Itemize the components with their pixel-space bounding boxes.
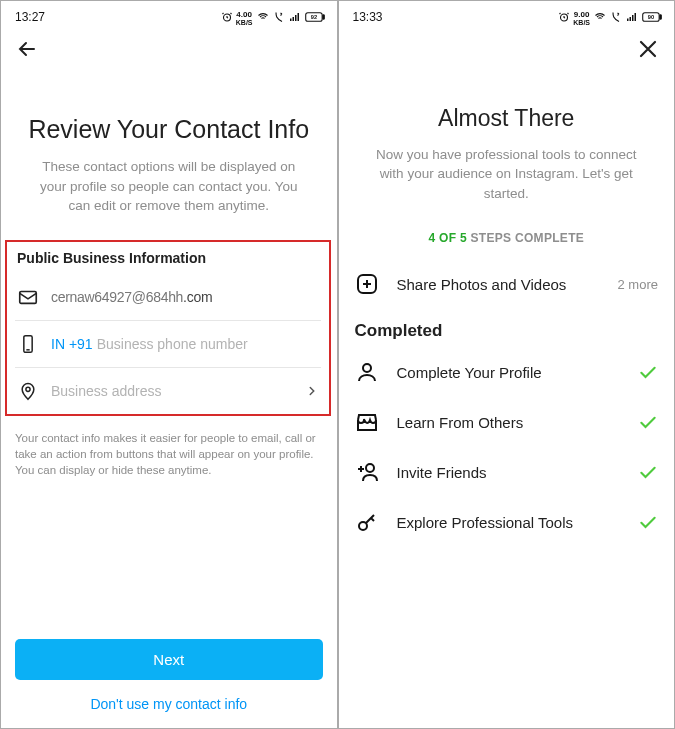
data-rate: 4.00 KB/S <box>236 11 253 23</box>
phone-icon <box>17 333 39 355</box>
phone-value: IN +91Business phone number <box>51 336 319 352</box>
next-button[interactable]: Next <box>15 639 323 680</box>
step-learn-from-others[interactable]: Learn From Others <box>339 397 675 447</box>
page-subtitle: These contact options will be displayed … <box>21 157 317 216</box>
contact-info-description: Your contact info makes it easier for pe… <box>1 422 337 486</box>
alarm-icon <box>558 11 570 23</box>
checkmark-icon <box>638 512 658 532</box>
svg-point-6 <box>26 387 30 391</box>
step-more: 2 more <box>618 277 658 292</box>
status-bar: 13:33 9.00 KB/S 90 <box>339 1 675 29</box>
svg-point-12 <box>363 364 371 372</box>
wifi-icon <box>256 11 270 23</box>
svg-rect-9 <box>660 15 661 19</box>
page-title: Almost There <box>359 104 655 133</box>
status-time: 13:27 <box>15 10 45 24</box>
signal-icon <box>625 11 639 23</box>
email-value: cernaw64927@684hh.com <box>51 289 319 305</box>
chevron-right-icon <box>305 384 319 398</box>
step-label: Complete Your Profile <box>397 364 621 381</box>
back-icon[interactable] <box>15 37 39 61</box>
nav-row <box>1 29 337 69</box>
step-invite-friends[interactable]: Invite Friends <box>339 447 675 497</box>
completed-section-label: Completed <box>339 309 675 347</box>
phone-row[interactable]: IN +91Business phone number <box>15 321 321 368</box>
step-complete-profile[interactable]: Complete Your Profile <box>339 347 675 397</box>
page-title: Review Your Contact Info <box>21 114 317 145</box>
volte-icon <box>273 11 285 23</box>
address-row[interactable]: Business address <box>15 368 321 414</box>
battery-icon: 92 <box>305 11 325 23</box>
checkmark-icon <box>638 412 658 432</box>
checkmark-icon <box>638 462 658 482</box>
step-share-photos[interactable]: Share Photos and Videos 2 more <box>339 259 675 309</box>
dont-use-contact-link[interactable]: Don't use my contact info <box>15 692 323 716</box>
plus-box-icon <box>355 272 379 296</box>
nav-row <box>339 29 675 69</box>
person-icon <box>355 360 379 384</box>
progress-indicator: 4 OF 5 STEPS COMPLETE <box>339 213 675 259</box>
mail-icon <box>17 286 39 308</box>
status-bar: 13:27 4.00 KB/S 92 <box>1 1 337 29</box>
step-label: Share Photos and Videos <box>397 276 600 293</box>
signal-icon <box>288 11 302 23</box>
svg-rect-4 <box>20 291 37 303</box>
volte-icon <box>610 11 622 23</box>
alarm-icon <box>221 11 233 23</box>
checkmark-icon <box>638 362 658 382</box>
add-person-icon <box>355 460 379 484</box>
address-placeholder: Business address <box>51 383 293 399</box>
step-label: Explore Professional Tools <box>397 514 621 531</box>
step-label: Invite Friends <box>397 464 621 481</box>
close-icon[interactable] <box>636 37 660 61</box>
svg-point-13 <box>366 464 374 472</box>
status-time: 13:33 <box>353 10 383 24</box>
step-label: Learn From Others <box>397 414 621 431</box>
location-icon <box>17 380 39 402</box>
screen-review-contact-info: 13:27 4.00 KB/S 92 Review Your Contact I… <box>0 0 338 729</box>
svg-text:90: 90 <box>648 14 654 20</box>
svg-rect-2 <box>322 15 323 19</box>
key-icon <box>355 510 379 534</box>
public-business-info-section: Public Business Information cernaw64927@… <box>5 240 331 416</box>
shop-icon <box>355 410 379 434</box>
status-icons: 9.00 KB/S 90 <box>558 11 662 23</box>
wifi-icon <box>593 11 607 23</box>
data-rate: 9.00 KB/S <box>573 11 590 23</box>
svg-point-14 <box>359 522 367 530</box>
screen-almost-there: 13:33 9.00 KB/S 90 Almost There Now you … <box>338 0 676 729</box>
email-row[interactable]: cernaw64927@684hh.com <box>15 274 321 321</box>
status-icons: 4.00 KB/S 92 <box>221 11 325 23</box>
page-subtitle: Now you have professional tools to conne… <box>359 145 655 204</box>
section-label: Public Business Information <box>15 246 321 274</box>
battery-icon: 90 <box>642 11 662 23</box>
step-explore-tools[interactable]: Explore Professional Tools <box>339 497 675 547</box>
svg-text:92: 92 <box>310 14 316 20</box>
